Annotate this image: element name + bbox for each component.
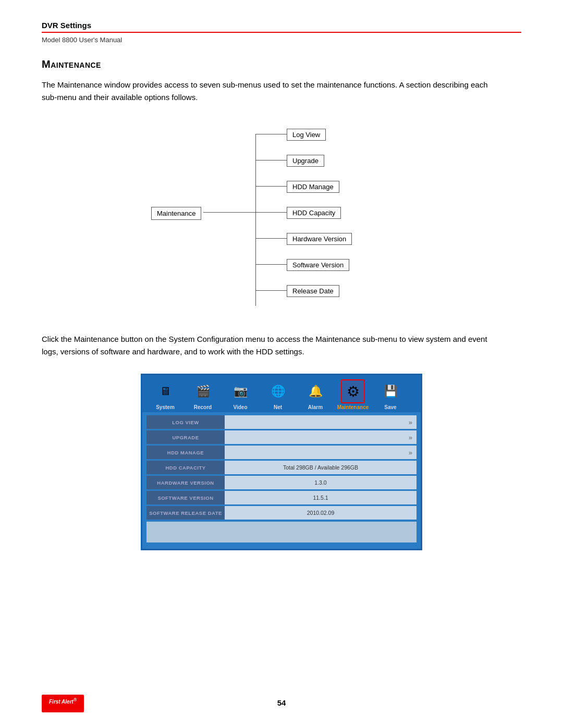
diag-item-6: Release Date: [287, 285, 339, 297]
header-section: DVR Settings: [42, 21, 521, 33]
diag-line-6: [255, 290, 287, 291]
dvr-row-logview: LOG VIEW »: [146, 415, 417, 429]
page-number: 54: [277, 698, 286, 707]
dvr-toolbar-video[interactable]: Video: [223, 379, 258, 412]
video-icon: [228, 379, 252, 403]
dvr-toolbar-net[interactable]: Net: [260, 379, 296, 412]
section-title: Maintenance: [42, 58, 521, 70]
save-icon: [378, 379, 402, 403]
dvr-row-value-releasedate: 2010.02.09: [225, 506, 417, 520]
dvr-row-value-hddcapacity: Total 298GB / Available 296GB: [225, 461, 417, 474]
dvr-label-save: Save: [384, 404, 396, 410]
dvr-row-label-upgrade: UPGRADE: [146, 430, 225, 444]
diag-line-4: [255, 238, 287, 239]
diagram-container: Maintenance Log View Upgrade HDD Manage …: [42, 119, 521, 317]
dvr-row-label-hwversion: HARDWARE VERSION: [146, 476, 225, 489]
dvr-label-record: Record: [194, 404, 212, 410]
diag-item-2: HDD Manage: [287, 181, 339, 193]
body-text-1: The Maintenance window provides access t…: [42, 79, 490, 104]
arrow-hddmanage: »: [409, 449, 412, 456]
header-subtitle: Model 8800 User's Manual: [42, 36, 521, 44]
diagram: Maintenance Log View Upgrade HDD Manage …: [136, 119, 427, 317]
maintenance-icon: [341, 379, 365, 403]
diag-line-3: [255, 212, 287, 213]
dvr-label-maintenance: Maintenance: [337, 404, 369, 410]
arrow-upgrade: »: [409, 434, 412, 441]
dvr-row-value-hwversion: 1.3.0: [225, 476, 417, 489]
diag-item-5: Software Version: [287, 259, 349, 271]
dvr-row-value-logview: »: [225, 415, 417, 429]
record-icon: [191, 379, 215, 403]
dvr-content: LOG VIEW » UPGRADE » HDD MANAGE »: [142, 412, 421, 549]
logo-superscript: ®: [74, 697, 77, 702]
diag-line-2: [255, 186, 287, 187]
dvr-label-alarm: Alarm: [308, 404, 323, 410]
diag-line-5: [255, 264, 287, 265]
logo-container: First Alert®: [42, 695, 84, 712]
dvr-toolbar-alarm[interactable]: Alarm: [298, 379, 333, 412]
dvr-screenshot: System Record Video Net Alarm: [141, 374, 422, 550]
diag-item-0: Log View: [287, 129, 326, 141]
diag-line-0: [255, 134, 287, 134]
dvr-row-hwversion: HARDWARE VERSION 1.3.0: [146, 476, 417, 489]
dvr-row-swversion: SOFTWARE VERSION 11.5.1: [146, 491, 417, 504]
dvr-row-hddcapacity: HDD CAPACITY Total 298GB / Available 296…: [146, 461, 417, 474]
alarm-icon: [303, 379, 327, 403]
dvr-row-value-upgrade: »: [225, 430, 417, 444]
dvr-label-video: Video: [233, 404, 247, 410]
dvr-row-value-hddmanage: »: [225, 446, 417, 459]
dvr-row-label-hddmanage: HDD MANAGE: [146, 446, 225, 459]
diagram-maintenance-box: Maintenance: [151, 207, 201, 220]
dvr-label-net: Net: [274, 404, 282, 410]
arrow-logview: »: [409, 418, 412, 426]
dvr-row-label-releasedate: SOFTWARE RELEASE DATE: [146, 506, 225, 520]
dvr-row-label-logview: LOG VIEW: [146, 415, 225, 429]
dvr-row-label-hddcapacity: HDD CAPACITY: [146, 461, 225, 474]
diag-line-1: [255, 160, 287, 161]
dvr-label-system: System: [156, 404, 175, 410]
header-title: DVR Settings: [42, 21, 521, 30]
dvr-bottom-area: [146, 522, 417, 542]
body-text-2: Click the Maintenance button on the Syst…: [42, 333, 490, 358]
dvr-row-releasedate: SOFTWARE RELEASE DATE 2010.02.09: [146, 506, 417, 520]
dvr-toolbar: System Record Video Net Alarm: [142, 375, 421, 412]
dvr-toolbar-maintenance[interactable]: Maintenance: [335, 379, 371, 412]
diag-item-3: HDD Capacity: [287, 207, 341, 219]
dvr-toolbar-record[interactable]: Record: [185, 379, 221, 412]
screenshot-container: System Record Video Net Alarm: [42, 374, 521, 550]
monitor-icon: [153, 379, 177, 403]
diag-item-1: Upgrade: [287, 155, 324, 167]
first-alert-logo: First Alert®: [42, 695, 84, 712]
diag-item-4: Hardware Version: [287, 233, 352, 245]
dvr-row-hddmanage: HDD MANAGE »: [146, 446, 417, 459]
net-icon: [266, 379, 290, 403]
diagram-h-line: [203, 212, 255, 213]
dvr-row-upgrade: UPGRADE »: [146, 430, 417, 444]
dvr-toolbar-system[interactable]: System: [148, 379, 183, 412]
logo-text: First Alert®: [49, 699, 77, 705]
dvr-toolbar-save[interactable]: Save: [373, 379, 408, 412]
dvr-row-value-swversion: 11.5.1: [225, 491, 417, 504]
dvr-row-label-swversion: SOFTWARE VERSION: [146, 491, 225, 504]
